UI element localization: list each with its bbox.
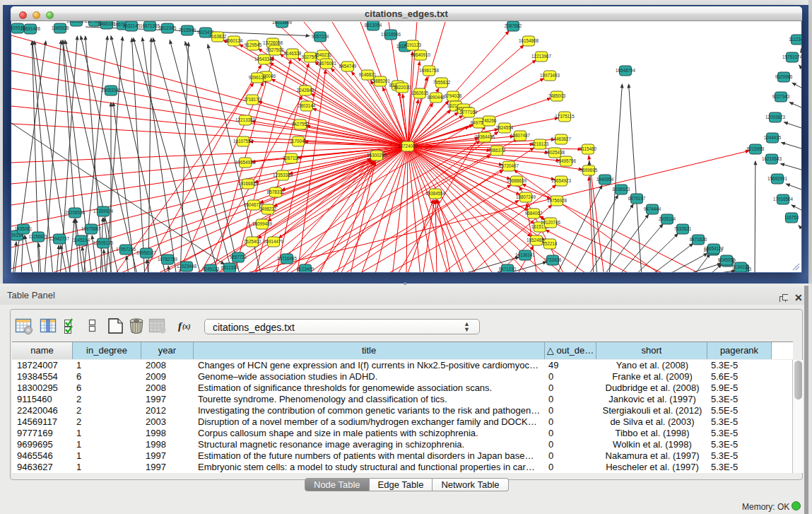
svg-text:16107552: 16107552 [233,139,254,144]
svg-text:19654923: 19654923 [551,178,572,183]
svg-text:9327503: 9327503 [266,47,284,52]
svg-text:9657721: 9657721 [230,255,247,259]
svg-text:10543342: 10543342 [254,57,275,62]
svg-text:10807487: 10807487 [510,133,531,138]
svg-text:19384554: 19384554 [425,191,446,196]
svg-text:9932145: 9932145 [123,23,141,28]
svg-text:12093823: 12093823 [765,115,786,119]
svg-text:6794028: 6794028 [445,93,462,98]
svg-text:8660124: 8660124 [225,38,243,43]
svg-text:15885201: 15885201 [370,78,391,83]
svg-text:19218506: 19218506 [381,32,401,37]
svg-text:9427552: 9427552 [292,122,310,127]
svg-text:252214: 252214 [542,241,558,246]
svg-text:1362615: 1362615 [411,90,429,95]
svg-text:12505135: 12505135 [93,240,114,245]
svg-text:1170041: 1170041 [290,139,307,144]
svg-text:7632621: 7632621 [674,226,692,231]
svg-text:18807249: 18807249 [516,194,536,199]
svg-text:9245113: 9245113 [202,267,220,271]
svg-text:7986372: 7986372 [488,148,506,153]
svg-text:3498222: 3498222 [259,206,277,211]
svg-text:7955812: 7955812 [433,80,451,85]
svg-text:1145194: 1145194 [73,238,90,243]
svg-text:10958107: 10958107 [136,250,157,255]
svg-text:9134112: 9134112 [732,264,750,269]
svg-text:20053346: 20053346 [101,88,122,93]
svg-text:15692991: 15692991 [767,176,788,181]
svg-text:17016504: 17016504 [773,197,794,201]
svg-text:7163822: 7163822 [209,34,227,39]
svg-text:9396123: 9396123 [249,75,266,80]
svg-text:8215958: 8215958 [747,146,765,151]
svg-text:3822030: 3822030 [394,85,411,90]
svg-text:9227343: 9227343 [772,94,790,99]
svg-text:3267110: 3267110 [283,156,300,160]
svg-text:17375115: 17375115 [555,114,575,119]
svg-text:10973493: 10973493 [540,73,560,78]
svg-text:7625402: 7625402 [244,239,261,244]
svg-text:13226058: 13226058 [263,40,283,45]
svg-text:16210643: 16210643 [762,156,782,161]
svg-text:1546231: 1546231 [314,52,332,57]
svg-text:2087682: 2087682 [505,23,522,28]
svg-text:8146328: 8146328 [284,51,302,56]
svg-text:2242848: 2242848 [297,88,314,93]
svg-text:10975867: 10975867 [81,226,102,231]
svg-text:6216123: 6216123 [531,141,549,146]
svg-text:16782759: 16782759 [158,257,178,262]
svg-text:1112345: 1112345 [789,37,801,42]
svg-text:12353384: 12353384 [273,173,293,177]
svg-text:3824554: 3824554 [496,125,514,130]
svg-text:1435061: 1435061 [15,226,33,231]
svg-text:1065538: 1065538 [52,25,69,30]
svg-text:9329966: 9329966 [775,74,793,79]
svg-text:2718170: 2718170 [244,97,261,102]
svg-text:8578332: 8578332 [267,189,285,194]
svg-text:1440954: 1440954 [596,177,614,182]
svg-text:9699695: 9699695 [580,168,598,173]
svg-text:12213383: 12213383 [235,117,256,122]
svg-text:15751074: 15751074 [782,54,801,59]
svg-text:1733426: 1733426 [544,257,562,262]
svg-text:15720407: 15720407 [499,163,519,168]
svg-text:20364436: 20364436 [475,134,495,139]
svg-text:746266: 746266 [481,118,497,123]
svg-text:12942737: 12942737 [49,236,70,241]
svg-text:10653867: 10653867 [66,21,87,23]
svg-text:18640910: 18640910 [411,52,431,57]
svg-text:8812334: 8812334 [221,265,239,270]
svg-text:16099489: 16099489 [252,221,273,226]
svg-text:16154808: 16154808 [519,38,539,43]
svg-text:9357224: 9357224 [312,34,329,39]
svg-text:18724007: 18724007 [398,144,418,148]
svg-text:23676081: 23676081 [317,61,337,66]
svg-text:8471626: 8471626 [690,237,707,242]
svg-text:15716485: 15716485 [277,256,298,261]
svg-text:19654932: 19654932 [235,160,256,165]
svg-text:2803144: 2803144 [298,103,316,108]
svg-text:11156829: 11156829 [28,234,48,239]
svg-text:9115460: 9115460 [579,146,597,151]
svg-text:14463627: 14463627 [551,136,572,141]
svg-text:8471220: 8471220 [499,267,517,271]
svg-text:8990448: 8990448 [428,95,445,100]
svg-text:9777169: 9777169 [460,110,478,115]
svg-text:20206536: 20206536 [65,210,86,215]
svg-text:16548794: 16548794 [616,68,636,73]
svg-text:116753: 116753 [784,215,799,220]
svg-text:4191123: 4191123 [404,42,422,47]
svg-text:12213967: 12213967 [531,54,552,59]
svg-text:16961758: 16961758 [419,68,440,73]
svg-text:12023448: 12023448 [177,264,197,269]
svg-text:10688639: 10688639 [507,178,527,183]
svg-text:14136141: 14136141 [515,252,536,257]
svg-text:8123409: 8123409 [297,267,314,271]
svg-text:16914479: 16914479 [264,239,284,244]
svg-text:20691406: 20691406 [20,26,41,31]
svg-text:8938923: 8938923 [613,187,630,192]
svg-text:19166829: 19166829 [238,181,259,186]
svg-text:10654122: 10654122 [704,246,724,251]
svg-text:19756928: 19756928 [547,198,567,203]
svg-text:(x): (x) [182,322,191,331]
